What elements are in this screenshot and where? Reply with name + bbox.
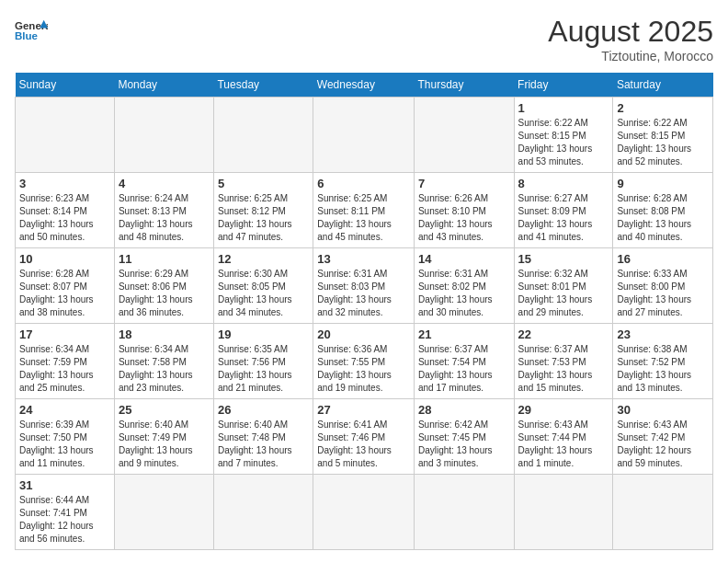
weekday-header-wednesday: Wednesday xyxy=(313,73,415,98)
day-info: Sunrise: 6:22 AM Sunset: 8:15 PM Dayligh… xyxy=(518,117,609,168)
calendar-cell: 14Sunrise: 6:31 AM Sunset: 8:02 PM Dayli… xyxy=(414,248,514,324)
day-number: 1 xyxy=(518,101,609,115)
day-info: Sunrise: 6:27 AM Sunset: 8:09 PM Dayligh… xyxy=(518,192,609,244)
month-year: August 2025 xyxy=(548,15,713,49)
day-number: 3 xyxy=(19,177,110,190)
calendar-cell: 31Sunrise: 6:44 AM Sunset: 7:41 PM Dayli… xyxy=(16,475,115,550)
calendar-cell: 28Sunrise: 6:42 AM Sunset: 7:45 PM Dayli… xyxy=(414,399,514,475)
calendar-cell: 9Sunrise: 6:28 AM Sunset: 8:08 PM Daylig… xyxy=(613,173,713,248)
calendar-cell xyxy=(613,475,713,550)
day-number: 28 xyxy=(418,403,510,417)
weekday-header-friday: Friday xyxy=(514,73,613,98)
day-number: 24 xyxy=(19,403,110,417)
calendar-cell xyxy=(213,98,313,173)
day-number: 27 xyxy=(317,403,410,417)
svg-text:Blue: Blue xyxy=(15,30,39,41)
day-info: Sunrise: 6:28 AM Sunset: 8:08 PM Dayligh… xyxy=(617,192,709,244)
location: Tiztoutine, Morocco xyxy=(548,49,713,63)
calendar-cell: 17Sunrise: 6:34 AM Sunset: 7:59 PM Dayli… xyxy=(16,324,115,399)
calendar-cell: 11Sunrise: 6:29 AM Sunset: 8:06 PM Dayli… xyxy=(114,248,213,324)
day-number: 13 xyxy=(317,252,410,266)
day-info: Sunrise: 6:38 AM Sunset: 7:52 PM Dayligh… xyxy=(617,343,709,395)
calendar-cell: 5Sunrise: 6:25 AM Sunset: 8:12 PM Daylig… xyxy=(213,173,313,248)
calendar-cell: 21Sunrise: 6:37 AM Sunset: 7:54 PM Dayli… xyxy=(414,324,514,399)
calendar-cell: 13Sunrise: 6:31 AM Sunset: 8:03 PM Dayli… xyxy=(313,248,415,324)
weekday-header-saturday: Saturday xyxy=(613,73,713,98)
page-header: General Blue August 2025 Tiztoutine, Mor… xyxy=(15,15,713,63)
day-number: 16 xyxy=(617,252,709,266)
day-info: Sunrise: 6:26 AM Sunset: 8:10 PM Dayligh… xyxy=(418,192,510,244)
day-number: 21 xyxy=(418,327,510,341)
calendar-cell xyxy=(313,98,415,173)
day-info: Sunrise: 6:39 AM Sunset: 7:50 PM Dayligh… xyxy=(19,419,110,470)
calendar-week-0: 1Sunrise: 6:22 AM Sunset: 8:15 PM Daylig… xyxy=(16,98,713,173)
day-number: 11 xyxy=(119,252,210,266)
day-number: 18 xyxy=(119,327,210,341)
day-info: Sunrise: 6:29 AM Sunset: 8:06 PM Dayligh… xyxy=(119,268,210,319)
calendar-cell xyxy=(16,98,115,173)
logo: General Blue xyxy=(15,15,48,48)
day-info: Sunrise: 6:42 AM Sunset: 7:45 PM Dayligh… xyxy=(418,419,510,470)
day-info: Sunrise: 6:30 AM Sunset: 8:05 PM Dayligh… xyxy=(218,268,309,319)
calendar-cell: 20Sunrise: 6:36 AM Sunset: 7:55 PM Dayli… xyxy=(313,324,415,399)
weekday-header-tuesday: Tuesday xyxy=(213,73,313,98)
day-info: Sunrise: 6:23 AM Sunset: 8:14 PM Dayligh… xyxy=(19,192,110,244)
calendar-cell: 16Sunrise: 6:33 AM Sunset: 8:00 PM Dayli… xyxy=(613,248,713,324)
day-number: 9 xyxy=(617,177,709,190)
day-info: Sunrise: 6:25 AM Sunset: 8:11 PM Dayligh… xyxy=(317,192,410,244)
calendar-cell xyxy=(414,475,514,550)
calendar-week-3: 17Sunrise: 6:34 AM Sunset: 7:59 PM Dayli… xyxy=(16,324,713,399)
calendar-cell: 8Sunrise: 6:27 AM Sunset: 8:09 PM Daylig… xyxy=(514,173,613,248)
day-info: Sunrise: 6:40 AM Sunset: 7:49 PM Dayligh… xyxy=(119,419,210,470)
calendar-cell: 23Sunrise: 6:38 AM Sunset: 7:52 PM Dayli… xyxy=(613,324,713,399)
calendar-cell: 6Sunrise: 6:25 AM Sunset: 8:11 PM Daylig… xyxy=(313,173,415,248)
day-info: Sunrise: 6:33 AM Sunset: 8:00 PM Dayligh… xyxy=(617,268,709,319)
calendar-cell: 30Sunrise: 6:43 AM Sunset: 7:42 PM Dayli… xyxy=(613,399,713,475)
day-number: 29 xyxy=(518,403,609,417)
day-info: Sunrise: 6:28 AM Sunset: 8:07 PM Dayligh… xyxy=(19,268,110,319)
day-info: Sunrise: 6:25 AM Sunset: 8:12 PM Dayligh… xyxy=(218,192,309,244)
day-info: Sunrise: 6:24 AM Sunset: 8:13 PM Dayligh… xyxy=(119,192,210,244)
day-info: Sunrise: 6:22 AM Sunset: 8:15 PM Dayligh… xyxy=(617,117,709,168)
calendar-cell: 27Sunrise: 6:41 AM Sunset: 7:46 PM Dayli… xyxy=(313,399,415,475)
calendar-cell xyxy=(313,475,415,550)
calendar-cell: 1Sunrise: 6:22 AM Sunset: 8:15 PM Daylig… xyxy=(514,98,613,173)
calendar-cell xyxy=(213,475,313,550)
weekday-header-thursday: Thursday xyxy=(414,73,514,98)
calendar-cell: 2Sunrise: 6:22 AM Sunset: 8:15 PM Daylig… xyxy=(613,98,713,173)
day-number: 20 xyxy=(317,327,410,341)
calendar-cell: 25Sunrise: 6:40 AM Sunset: 7:49 PM Dayli… xyxy=(114,399,213,475)
day-info: Sunrise: 6:43 AM Sunset: 7:44 PM Dayligh… xyxy=(518,419,609,470)
calendar-cell: 15Sunrise: 6:32 AM Sunset: 8:01 PM Dayli… xyxy=(514,248,613,324)
calendar-week-1: 3Sunrise: 6:23 AM Sunset: 8:14 PM Daylig… xyxy=(16,173,713,248)
calendar-week-5: 31Sunrise: 6:44 AM Sunset: 7:41 PM Dayli… xyxy=(16,475,713,550)
calendar-cell: 7Sunrise: 6:26 AM Sunset: 8:10 PM Daylig… xyxy=(414,173,514,248)
calendar-cell: 19Sunrise: 6:35 AM Sunset: 7:56 PM Dayli… xyxy=(213,324,313,399)
day-number: 23 xyxy=(617,327,709,341)
day-info: Sunrise: 6:34 AM Sunset: 7:59 PM Dayligh… xyxy=(19,343,110,395)
calendar-cell xyxy=(414,98,514,173)
weekday-header-sunday: Sunday xyxy=(16,73,115,98)
title-block: August 2025 Tiztoutine, Morocco xyxy=(548,15,713,63)
day-info: Sunrise: 6:31 AM Sunset: 8:02 PM Dayligh… xyxy=(418,268,510,319)
day-number: 6 xyxy=(317,177,410,190)
calendar-cell: 12Sunrise: 6:30 AM Sunset: 8:05 PM Dayli… xyxy=(213,248,313,324)
day-info: Sunrise: 6:41 AM Sunset: 7:46 PM Dayligh… xyxy=(317,419,410,470)
day-number: 14 xyxy=(418,252,510,266)
day-number: 17 xyxy=(19,327,110,341)
calendar-week-2: 10Sunrise: 6:28 AM Sunset: 8:07 PM Dayli… xyxy=(16,248,713,324)
calendar-cell xyxy=(514,475,613,550)
calendar-cell xyxy=(114,475,213,550)
day-number: 10 xyxy=(19,252,110,266)
day-number: 19 xyxy=(218,327,309,341)
day-number: 15 xyxy=(518,252,609,266)
day-number: 5 xyxy=(218,177,309,190)
day-number: 30 xyxy=(617,403,709,417)
day-number: 7 xyxy=(418,177,510,190)
day-number: 4 xyxy=(119,177,210,190)
calendar-cell: 3Sunrise: 6:23 AM Sunset: 8:14 PM Daylig… xyxy=(16,173,115,248)
calendar-table: SundayMondayTuesdayWednesdayThursdayFrid… xyxy=(15,73,713,550)
day-info: Sunrise: 6:31 AM Sunset: 8:03 PM Dayligh… xyxy=(317,268,410,319)
day-number: 22 xyxy=(518,327,609,341)
calendar-cell: 18Sunrise: 6:34 AM Sunset: 7:58 PM Dayli… xyxy=(114,324,213,399)
